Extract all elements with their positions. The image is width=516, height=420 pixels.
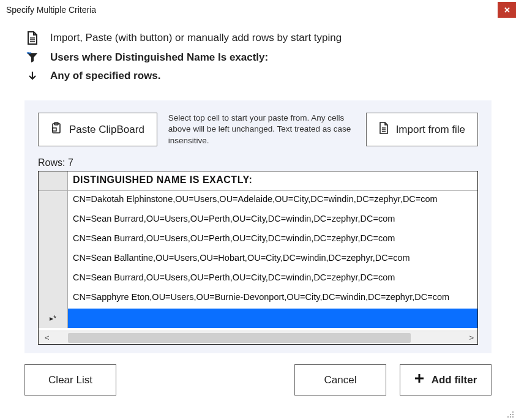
- svg-point-5: [512, 414, 514, 415]
- window-title: Specify Multiple Criteria: [6, 5, 96, 15]
- paste-hint-text: Select top cell to start your paste from…: [168, 113, 355, 146]
- horizontal-scrollbar[interactable]: < >: [39, 331, 477, 344]
- table-row[interactable]: CN=Sean Ballantine,OU=Users,OU=Hobart,OU…: [39, 250, 477, 269]
- cancel-label: Cancel: [324, 374, 357, 386]
- dn-cell[interactable]: CN=Dakotah Elphinstone,OU=Users,OU=Adela…: [68, 191, 477, 211]
- add-filter-button[interactable]: Add filter: [400, 364, 492, 396]
- data-grid[interactable]: DISTINGUISHED NAME IS EXACTLY: CN=Dakota…: [38, 171, 478, 345]
- document-icon: [24, 31, 40, 45]
- toolbar: Paste ClipBoard Select top cell to start…: [38, 113, 478, 146]
- svg-point-7: [510, 416, 511, 418]
- filter-icon: [24, 52, 40, 63]
- resize-grip[interactable]: [506, 410, 515, 419]
- header-scope-text: Any of specified rows.: [50, 70, 160, 82]
- file-icon: [379, 122, 389, 137]
- dn-cell[interactable]: CN=Sapphyre Eton,OU=Users,OU=Burnie-Devo…: [68, 289, 477, 309]
- new-row[interactable]: ▸*: [39, 309, 477, 328]
- paste-button-label: Paste ClipBoard: [69, 124, 144, 136]
- header-row-criteria: Users where Distinguished Name Is exactl…: [24, 51, 492, 64]
- svg-rect-2: [53, 128, 56, 131]
- row-header-cell[interactable]: [39, 230, 68, 250]
- add-filter-label: Add filter: [432, 374, 477, 386]
- row-header-cell[interactable]: [39, 250, 68, 269]
- row-header-cell[interactable]: [39, 191, 68, 211]
- close-button[interactable]: ✕: [498, 2, 516, 18]
- row-count-label: Rows: 7: [38, 157, 478, 168]
- header-block: Import, Paste (with button) or manually …: [0, 20, 516, 93]
- table-row[interactable]: CN=Sean Burrard,OU=Users,OU=Perth,OU=Cit…: [39, 230, 477, 250]
- grid-header-row: DISTINGUISHED NAME IS EXACTLY:: [39, 171, 477, 191]
- table-row[interactable]: CN=Dakotah Elphinstone,OU=Users,OU=Adela…: [39, 191, 477, 211]
- grid-corner-cell[interactable]: [39, 171, 68, 190]
- main-panel: Paste ClipBoard Select top cell to start…: [24, 100, 492, 353]
- dn-cell[interactable]: CN=Sean Ballantine,OU=Users,OU=Hobart,OU…: [68, 250, 477, 269]
- new-row-cell[interactable]: [68, 309, 477, 328]
- header-criteria-text: Users where Distinguished Name Is exactl…: [50, 51, 268, 64]
- clipboard-icon: [51, 122, 62, 137]
- scroll-right-icon[interactable]: >: [469, 333, 474, 342]
- scrollbar-thumb[interactable]: [68, 333, 411, 343]
- clear-list-button[interactable]: Clear List: [24, 364, 116, 396]
- header-instruction-text: Import, Paste (with button) or manually …: [50, 32, 342, 44]
- row-header-cell[interactable]: [39, 211, 68, 230]
- cancel-button[interactable]: Cancel: [294, 364, 386, 396]
- footer: Clear List Cancel Add filter: [24, 364, 492, 396]
- titlebar: Specify Multiple Criteria ✕: [0, 0, 516, 20]
- plus-icon: [414, 373, 424, 386]
- dn-cell[interactable]: CN=Sean Burrard,OU=Users,OU=Perth,OU=Cit…: [68, 269, 477, 289]
- svg-point-8: [512, 416, 514, 418]
- arrow-down-icon: [24, 71, 40, 81]
- row-header-cell[interactable]: [39, 269, 68, 289]
- svg-point-4: [510, 414, 511, 415]
- dn-cell[interactable]: CN=Sean Burrard,OU=Users,OU=Perth,OU=Cit…: [68, 211, 477, 230]
- table-row[interactable]: CN=Sean Burrard,OU=Users,OU=Perth,OU=Cit…: [39, 211, 477, 230]
- table-row[interactable]: CN=Sapphyre Eton,OU=Users,OU=Burnie-Devo…: [39, 289, 477, 309]
- table-row[interactable]: CN=Sean Burrard,OU=Users,OU=Perth,OU=Cit…: [39, 269, 477, 289]
- close-icon: ✕: [504, 6, 510, 15]
- paste-clipboard-button[interactable]: Paste ClipBoard: [38, 113, 157, 146]
- row-header-cell[interactable]: [39, 289, 68, 309]
- dn-cell[interactable]: CN=Sean Burrard,OU=Users,OU=Perth,OU=Cit…: [68, 230, 477, 250]
- new-row-marker[interactable]: ▸*: [39, 309, 68, 328]
- svg-point-3: [512, 411, 514, 413]
- footer-spacer: [130, 364, 281, 396]
- column-header[interactable]: DISTINGUISHED NAME IS EXACTLY:: [68, 171, 477, 190]
- header-row-instruction: Import, Paste (with button) or manually …: [24, 31, 492, 45]
- svg-point-6: [507, 416, 509, 418]
- header-row-scope: Any of specified rows.: [24, 70, 492, 82]
- clear-list-label: Clear List: [48, 374, 92, 386]
- import-file-button[interactable]: Import from file: [366, 113, 478, 146]
- grid-body: CN=Dakotah Elphinstone,OU=Users,OU=Adela…: [39, 191, 477, 331]
- scroll-left-icon[interactable]: <: [45, 333, 50, 342]
- import-button-label: Import from file: [396, 124, 465, 136]
